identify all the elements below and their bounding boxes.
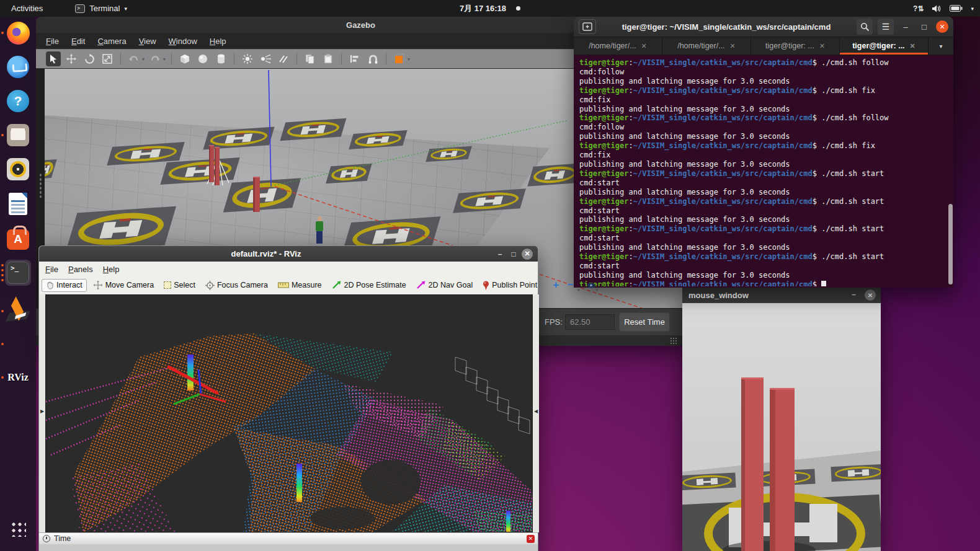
tab-close-icon[interactable]: ✕	[730, 42, 736, 50]
resize-grip-icon[interactable]	[670, 337, 677, 344]
scrollbar-thumb[interactable]	[948, 204, 953, 284]
mouse-window-titlebar[interactable]: mouse_window – ✕	[682, 288, 881, 303]
activities-button[interactable]: Activities	[7, 4, 47, 13]
chevron-down-icon[interactable]: ▾	[596, 288, 599, 293]
fps-value-field[interactable]: 62.50	[565, 314, 615, 330]
snap-tool-icon[interactable]	[365, 51, 380, 66]
minimize-icon[interactable]: –	[852, 290, 856, 299]
close-icon[interactable]: ✕	[865, 289, 876, 301]
insert-sphere-tool-icon[interactable]	[195, 51, 210, 66]
chevron-down-icon[interactable]: ▾	[408, 56, 410, 62]
maximize-icon[interactable]: □	[507, 247, 520, 261]
dock-item-libreoffice-writer[interactable]	[5, 191, 31, 217]
tool-2d-nav-goal[interactable]: 2D Nav Goal	[412, 280, 477, 291]
undo-button-icon[interactable]	[127, 51, 141, 66]
select-tool-icon[interactable]	[46, 51, 61, 66]
dock-item-help[interactable]: ?	[5, 88, 31, 114]
tab-close-icon[interactable]: ✕	[641, 42, 647, 50]
translate-tool-icon[interactable]	[64, 51, 79, 66]
terminal-tab-4[interactable]: tiger@tiger: ...✕	[840, 37, 929, 55]
dock-item-rhythmbox[interactable]	[5, 156, 31, 182]
gazebo-menu-view[interactable]: View	[139, 37, 156, 46]
rviz-menu-panels[interactable]: Panels	[68, 265, 93, 274]
gazebo-menu-file[interactable]: File	[46, 37, 59, 46]
dock-item-rviz[interactable]: RViz	[5, 364, 31, 390]
search-button[interactable]	[857, 19, 873, 35]
dock-item-ubuntu-software[interactable]	[5, 226, 31, 252]
system-tray[interactable]: ?⇅ ▾	[913, 0, 974, 17]
terminal-tab-1[interactable]: /home/tiger/...✕	[574, 37, 662, 55]
prompt-sigil: $	[813, 58, 821, 67]
tool-move-camera[interactable]: Move Camera	[89, 279, 158, 291]
gazebo-menu-window[interactable]: Window	[169, 37, 197, 46]
dock-item-unknown-app[interactable]	[5, 331, 31, 357]
insert-cylinder-tool-icon[interactable]	[213, 51, 228, 66]
insert-box-tool-icon[interactable]	[177, 51, 192, 66]
gazebo-menu-edit[interactable]: Edit	[71, 37, 85, 46]
directional-light-tool-icon[interactable]	[276, 51, 291, 66]
terminal-tab-3[interactable]: tiger@tiger: ...✕	[751, 37, 840, 55]
chevron-down-icon[interactable]: ▾	[142, 56, 145, 62]
tool-select[interactable]: Select	[160, 280, 199, 291]
scale-tool-icon[interactable]	[100, 51, 115, 66]
close-icon[interactable]: ✕	[527, 535, 535, 543]
tool-2d-pose-estimate[interactable]: 2D Pose Estimate	[328, 280, 410, 291]
command-text: ./cmd.sh start	[821, 224, 884, 233]
rviz-titlebar[interactable]: default.rviz* - RViz – □ ✕	[39, 246, 538, 262]
gazebo-menu-help[interactable]: Help	[210, 37, 226, 46]
camera-view[interactable]	[682, 303, 881, 551]
terminal-output[interactable]: tiger@tiger:~/VISIM_single/catkin_ws/src…	[574, 55, 953, 286]
close-icon[interactable]: ✕	[936, 20, 948, 33]
align-tool-icon[interactable]	[347, 51, 362, 66]
command-text: ./cmd.sh fix	[821, 141, 875, 150]
tool-focus-camera[interactable]: Focus Camera	[202, 280, 272, 291]
tool-publish-point[interactable]: Publish Point	[479, 280, 541, 291]
copy-button-icon[interactable]	[303, 51, 318, 66]
dock-item-firefox[interactable]	[5, 20, 31, 46]
tab-close-icon[interactable]: ✕	[819, 42, 825, 50]
spot-light-tool-icon[interactable]	[258, 51, 273, 66]
time-panel-header[interactable]: Time ✕	[39, 532, 538, 544]
remove-tool-button[interactable]: −	[564, 279, 577, 291]
minimize-icon[interactable]: –	[493, 247, 507, 261]
rviz-3d-viewport[interactable]	[45, 294, 533, 532]
pointcloud-render	[46, 295, 533, 532]
chevron-down-icon[interactable]: ▾	[577, 288, 580, 293]
add-tool-button[interactable]: +	[550, 279, 562, 291]
dock-item-show-apps[interactable]	[5, 516, 31, 542]
rviz-left-panel-collapsed[interactable]: ▶	[39, 294, 45, 532]
tool-label: Select	[174, 281, 195, 289]
chevron-down-icon[interactable]: ▾	[163, 56, 166, 62]
tab-list-button[interactable]: ▾	[929, 37, 953, 55]
redo-button-icon[interactable]	[148, 51, 163, 66]
terminal-tab-bar: /home/tiger/...✕/home/tiger/...✕tiger@ti…	[574, 37, 953, 55]
menu-button[interactable]: ☰	[878, 19, 894, 35]
new-tab-button[interactable]	[579, 19, 596, 34]
dock-item-terminal[interactable]	[5, 260, 31, 286]
close-icon[interactable]: ✕	[522, 249, 533, 260]
gazebo-menu-camera[interactable]: Camera	[97, 37, 126, 46]
paste-button-icon[interactable]	[321, 51, 336, 66]
clock[interactable]: 7月 17 16:18	[460, 3, 506, 14]
rotate-tool-icon[interactable]	[82, 51, 97, 66]
dock-item-files[interactable]	[5, 122, 31, 148]
2d-nav-goal-icon	[416, 281, 426, 289]
rviz-right-panel-collapsed[interactable]: ◀	[533, 294, 539, 532]
rviz-menu-file[interactable]: File	[45, 265, 58, 274]
app-menu[interactable]: > Terminal ▾	[75, 4, 127, 13]
dock: ?RViz	[0, 17, 36, 551]
dock-item-thunderbird[interactable]	[5, 54, 31, 80]
view-angle-tool-icon[interactable]	[392, 51, 407, 66]
minimize-icon[interactable]: –	[899, 22, 912, 32]
maximize-icon[interactable]: □	[917, 22, 931, 32]
rviz-menu-help[interactable]: Help	[103, 265, 120, 274]
point-light-tool-icon[interactable]	[240, 51, 255, 66]
terminal-tab-2[interactable]: /home/tiger/...✕	[662, 37, 751, 55]
reset-time-button[interactable]: Reset Time	[619, 312, 670, 332]
camera-type-icon[interactable]	[587, 283, 595, 288]
dock-item-gazebo[interactable]	[5, 298, 31, 324]
tool-interact[interactable]: Interact	[42, 279, 87, 292]
tab-close-icon[interactable]: ✕	[910, 42, 915, 50]
terminal-titlebar[interactable]: tiger@tiger: ~/VISIM_single/catkin_ws/sr…	[574, 17, 953, 37]
tool-measure[interactable]: Measure	[274, 280, 326, 291]
